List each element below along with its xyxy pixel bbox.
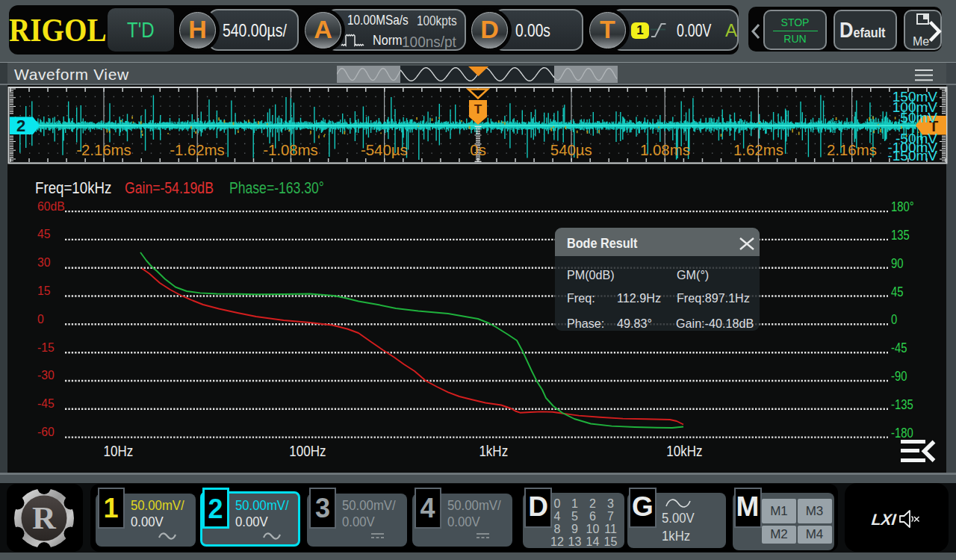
svg-text:R: R xyxy=(32,501,57,535)
